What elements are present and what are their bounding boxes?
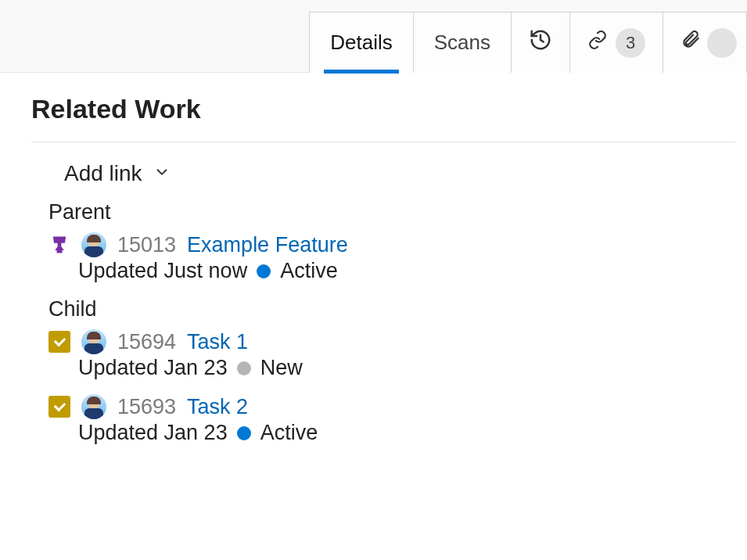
chevron-down-icon xyxy=(153,161,171,186)
tab-scans-label: Scans xyxy=(434,31,490,55)
updated-text: Updated Jan 23 xyxy=(78,356,228,380)
links-count-badge: 3 xyxy=(616,28,645,58)
add-link-button[interactable]: Add link xyxy=(64,161,735,186)
updated-text: Updated Just now xyxy=(78,259,247,283)
state-label: New xyxy=(260,356,303,380)
work-item-id: 15693 xyxy=(117,395,176,419)
attachments-count-cutoff xyxy=(707,28,737,58)
work-item-title-link[interactable]: Task 2 xyxy=(187,395,248,419)
work-item-parent[interactable]: 15013 Example Feature xyxy=(48,232,735,257)
section-title: Related Work xyxy=(31,94,735,142)
add-link-label: Add link xyxy=(64,161,142,186)
work-item-id: 15694 xyxy=(117,330,176,354)
attachment-icon xyxy=(681,28,701,57)
state-label: Active xyxy=(280,259,338,283)
avatar xyxy=(81,394,106,419)
link-icon xyxy=(587,30,608,56)
tab-links[interactable]: 3 xyxy=(569,12,663,73)
avatar xyxy=(81,329,106,354)
group-parent-label: Parent xyxy=(48,200,735,224)
tab-scans[interactable]: Scans xyxy=(413,12,512,73)
work-item-meta: Updated Jan 23 New xyxy=(78,356,735,380)
group-child-label: Child xyxy=(48,297,735,321)
history-icon xyxy=(529,28,552,57)
work-item-child[interactable]: 15694 Task 1 xyxy=(48,329,735,354)
svg-rect-0 xyxy=(57,249,63,253)
work-item-meta: Updated Jan 23 Active xyxy=(78,421,735,445)
status-dot-icon xyxy=(237,426,251,440)
status-dot-icon xyxy=(257,264,271,278)
tab-details-label: Details xyxy=(330,31,392,55)
tab-attachments[interactable] xyxy=(663,12,747,73)
state-label: Active xyxy=(260,421,318,445)
feature-icon xyxy=(48,234,70,256)
tab-history[interactable] xyxy=(511,12,570,73)
work-item-id: 15013 xyxy=(117,233,176,257)
task-icon xyxy=(48,396,70,418)
avatar xyxy=(81,232,106,257)
status-dot-icon xyxy=(237,361,251,375)
updated-text: Updated Jan 23 xyxy=(78,421,228,445)
tab-strip: Details Scans 3 xyxy=(0,0,747,73)
work-item-meta: Updated Just now Active xyxy=(78,259,735,283)
tab-details[interactable]: Details xyxy=(309,12,413,73)
work-item-title-link[interactable]: Task 1 xyxy=(187,330,248,354)
work-item-child[interactable]: 15693 Task 2 xyxy=(48,394,735,419)
work-item-title-link[interactable]: Example Feature xyxy=(187,233,348,257)
task-icon xyxy=(48,331,70,353)
